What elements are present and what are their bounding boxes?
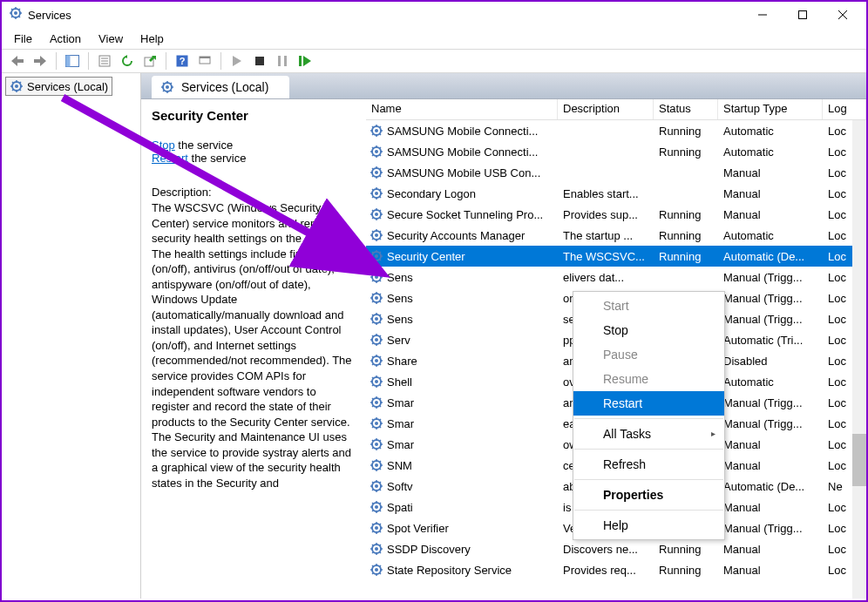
properties-button[interactable]: [94, 51, 115, 71]
gear-icon: [370, 479, 383, 493]
context-menu: StartStopPauseResumeRestartAll Tasks▸Ref…: [573, 291, 725, 540]
cell-description: Provides req...: [558, 564, 654, 577]
restart-link[interactable]: Restart: [152, 152, 188, 165]
restart-service-button[interactable]: [295, 51, 315, 71]
cell-startup: Automatic (De...: [718, 480, 823, 493]
cell-name: Secure Socket Tunneling Pro...: [387, 208, 543, 221]
export-button[interactable]: [139, 51, 160, 71]
back-button[interactable]: [7, 51, 28, 71]
menu-view[interactable]: View: [92, 30, 130, 47]
cell-startup: Manual: [718, 187, 823, 200]
cell-startup: Manual (Trigg...: [718, 313, 823, 326]
ctx-resume: Resume: [573, 367, 724, 391]
cell-startup: Manual: [718, 438, 823, 451]
table-row[interactable]: Secondary LogonEnables start...ManualLoc: [366, 183, 866, 204]
ctx-refresh[interactable]: Refresh: [573, 452, 724, 477]
table-row[interactable]: SAMSUNG Mobile Connecti...RunningAutomat…: [366, 120, 866, 141]
cell-startup: Manual: [718, 208, 823, 221]
cell-status: Running: [654, 125, 718, 138]
tab-services-local[interactable]: Services (Local): [152, 76, 289, 98]
gear-icon: [370, 291, 383, 305]
maximize-button[interactable]: [783, 3, 823, 27]
ctx-all-tasks[interactable]: All Tasks▸: [573, 422, 724, 446]
svg-rect-28: [200, 57, 210, 58]
cell-startup: Manual (Trigg...: [718, 292, 823, 305]
table-row[interactable]: Secure Socket Tunneling Pro...Provides s…: [366, 204, 866, 225]
cell-name: Spot Verifier: [387, 522, 449, 535]
cell-startup: Manual: [718, 166, 823, 179]
table-row[interactable]: SAMSUNG Mobile USB Con...ManualLoc: [366, 162, 866, 183]
start-service-button[interactable]: [227, 51, 248, 71]
table-row[interactable]: Senselivers dat...Manual (Trigg...Loc: [366, 267, 866, 287]
svg-marker-24: [149, 56, 156, 62]
table-row[interactable]: Security CenterThe WSCSVC...RunningAutom…: [366, 246, 866, 267]
ctx-help[interactable]: Help: [573, 513, 724, 538]
toolbar: ?: [2, 49, 866, 73]
description-label: Description:: [152, 186, 356, 199]
cell-name: SAMSUNG Mobile USB Con...: [387, 166, 540, 179]
gear-icon: [370, 270, 383, 284]
svg-rect-32: [284, 56, 287, 66]
col-description[interactable]: Description: [558, 99, 654, 119]
cell-name: Sens: [387, 292, 413, 305]
menu-action[interactable]: Action: [43, 30, 88, 47]
menu-help[interactable]: Help: [133, 30, 171, 47]
table-row[interactable]: SAMSUNG Mobile Connecti...RunningAutomat…: [366, 141, 866, 162]
ctx-restart[interactable]: Restart: [573, 391, 724, 416]
forward-button[interactable]: [30, 51, 51, 71]
gear-icon: [370, 166, 383, 179]
col-logon[interactable]: Log: [823, 99, 866, 119]
col-name[interactable]: Name: [366, 99, 558, 119]
help-button[interactable]: ?: [172, 51, 193, 71]
cell-startup: Automatic: [718, 229, 823, 242]
console-button[interactable]: [194, 51, 215, 71]
cell-status: Running: [654, 564, 718, 577]
svg-rect-30: [255, 57, 264, 65]
ctx-properties[interactable]: Properties: [573, 483, 724, 507]
cell-description: Discovers ne...: [558, 543, 654, 556]
tree-pane: Services (Local): [2, 73, 141, 599]
tab-label: Services (Local): [181, 80, 268, 94]
cell-startup: Manual: [718, 501, 823, 514]
table-row[interactable]: Security Accounts ManagerThe startup ...…: [366, 225, 866, 246]
ctx-start: Start: [573, 294, 724, 318]
stop-service-button[interactable]: [249, 51, 270, 71]
cell-description: The WSCSVC...: [558, 250, 654, 263]
stop-link[interactable]: Stop: [152, 139, 175, 152]
cell-name: Smar: [387, 396, 414, 409]
svg-marker-14: [11, 56, 24, 66]
cell-startup: Manual: [718, 543, 823, 556]
tree-item-label: Services (Local): [27, 80, 108, 93]
gear-icon: [370, 186, 383, 200]
detail-pane: Security Center Stop the service Restart…: [141, 99, 366, 599]
cell-startup: Manual (Trigg...: [718, 396, 823, 409]
list-header: Name Description Status Startup Type Log: [366, 99, 866, 120]
refresh-button[interactable]: [117, 51, 138, 71]
show-hide-tree-button[interactable]: [62, 51, 83, 71]
titlebar: Services: [2, 2, 866, 28]
gear-icon: [370, 228, 383, 242]
table-row[interactable]: SSDP DiscoveryDiscovers ne...RunningManu…: [366, 538, 866, 559]
cell-startup: Manual: [718, 564, 823, 577]
menubar: File Action View Help: [2, 28, 866, 49]
minimize-button[interactable]: [743, 3, 783, 27]
svg-rect-17: [66, 56, 71, 67]
ctx-stop[interactable]: Stop: [573, 318, 724, 342]
tree-item-services-local[interactable]: Services (Local): [5, 77, 112, 96]
cell-status: Running: [654, 145, 718, 159]
ctx-pause: Pause: [573, 342, 724, 367]
menu-file[interactable]: File: [7, 30, 39, 47]
pause-service-button[interactable]: [272, 51, 293, 71]
cell-startup: Manual (Trigg...: [718, 522, 823, 535]
col-startup-type[interactable]: Startup Type: [718, 99, 823, 119]
close-button[interactable]: [823, 3, 863, 27]
cell-name: Smar: [387, 417, 414, 430]
gear-icon: [370, 521, 383, 535]
scrollbar-track[interactable]: [852, 120, 866, 599]
cell-name: State Repository Service: [387, 564, 512, 577]
svg-marker-29: [233, 56, 241, 66]
table-row[interactable]: State Repository ServiceProvides req...R…: [366, 559, 866, 580]
cell-name: Sens: [387, 271, 413, 284]
col-status[interactable]: Status: [654, 99, 718, 119]
scrollbar-thumb[interactable]: [852, 434, 866, 486]
